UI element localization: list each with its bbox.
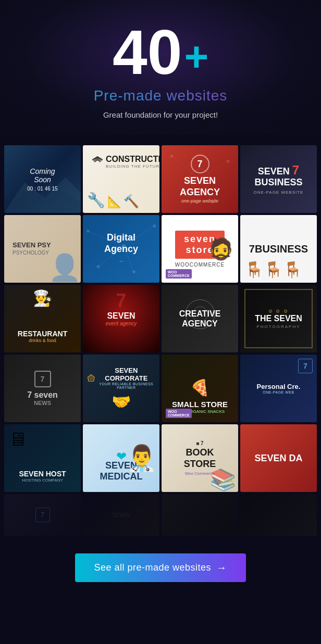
- tile-seven-da[interactable]: SEVEN DA: [240, 424, 317, 492]
- seven-agency-text: 7 SEVEN AGENCY one-page website: [162, 150, 238, 207]
- tile-digital-agency[interactable]: DigitalAgency ~: [83, 215, 159, 283]
- book-icon: 📚: [210, 468, 236, 492]
- construction-text: CONSTRUCTION BUILDING THE FUTURE: [87, 150, 159, 175]
- grid-row-4: 7 7 seven NEWS SEVEN CORPORATE YOUR RELI…: [4, 355, 317, 422]
- tile-creative-agency[interactable]: CREATIVEAGENCY: [162, 285, 238, 352]
- creative-agency-text: CREATIVEAGENCY: [175, 305, 225, 333]
- digital-agency-text: DigitalAgency ~: [100, 228, 142, 269]
- svg-point-16: [87, 230, 90, 233]
- hero-section: 40+ Pre-made websites Great foundation f…: [0, 0, 321, 135]
- tile-small-store[interactable]: 🍕 SMALL STORE 100% ORGANIC SNACKS WOOCOM…: [162, 355, 238, 422]
- tile-7business[interactable]: 7BUSINESS 🪑🪑🪑: [240, 215, 317, 283]
- personal-cre-text: Personal Cre. ONE-PAGE WEB: [253, 378, 305, 398]
- pizza-icon: 🍕: [190, 378, 209, 397]
- grid-row-6: 7 SEVEN: [4, 494, 317, 536]
- woo-badge: WOOCOMMERCE: [166, 269, 192, 279]
- seven-host-text: SEVEN HOST HOSTING COMPANY: [15, 465, 70, 487]
- tile-coming-soon[interactable]: ComingSoon 00 : 01 46 15: [4, 145, 81, 213]
- coming-soon-text: ComingSoon 00 : 01 46 15: [23, 163, 61, 196]
- seven-business-text: SEVEN 7BUSINESS ONE-PAGE WEBSITE: [250, 159, 308, 198]
- tile-seven-medical[interactable]: ❤ SEVENMEDICAL 👨‍⚕️: [83, 424, 159, 492]
- construction-icon: [91, 155, 104, 168]
- grid-row-5: 🖥 SEVEN HOST HOSTING COMPANY ❤ SEVENMEDI…: [4, 424, 317, 492]
- see-all-button[interactable]: See all pre-made websites →: [75, 553, 245, 582]
- tile-seven-event[interactable]: 7 SEVEN event agency: [83, 285, 159, 352]
- tile-extra3[interactable]: [162, 494, 238, 536]
- restaurant-text: RESTAURANT drinks & food: [14, 325, 71, 347]
- seven-da-text: SEVEN DA: [250, 449, 306, 468]
- hero-count: 40: [113, 21, 182, 83]
- hero-subtitle: Pre-made websites: [10, 87, 311, 104]
- cta-label: See all pre-made websites: [94, 562, 211, 573]
- grid-row-1: ComingSoon 00 : 01 46 15 CONSTRUCTION BU…: [4, 145, 317, 213]
- hero-description: Great foundation for your project!: [10, 110, 311, 119]
- doctor-icon: 👨‍⚕️: [126, 444, 157, 473]
- svg-point-20: [96, 265, 100, 268]
- svg-point-18: [153, 224, 156, 228]
- hero-number-container: 40+: [10, 21, 311, 83]
- tile-construction[interactable]: CONSTRUCTION BUILDING THE FUTURE 🔧 📐 🔨: [83, 145, 159, 213]
- construction-tools: 🔧 📐 🔨: [87, 192, 155, 209]
- tile-personal-cre[interactable]: 7 Personal Cre. ONE-PAGE WEB: [240, 355, 317, 422]
- seven-corporate-text: SEVEN CORPORATE YOUR RELIABLE BUSINESS P…: [83, 362, 159, 415]
- restaurant-chef-icon: 👨‍🍳: [33, 289, 52, 307]
- chairs-icon: 🪑🪑🪑: [244, 260, 313, 279]
- the-seven-text: ⚙ ⚙ ⚙ THE SEVEN PHOTOGRAPHY: [251, 305, 306, 333]
- extra2-label: SEVEN: [113, 512, 130, 518]
- tile-seven-store[interactable]: sevenstore WooCommerce WOOCOMMERCE 🧔: [162, 215, 238, 283]
- tile-seven-agency[interactable]: 7 SEVEN AGENCY one-page website: [162, 145, 238, 213]
- seven-event-text: SEVEN event agency: [102, 307, 141, 331]
- cta-section: See all pre-made websites →: [0, 543, 321, 598]
- tile-book-store[interactable]: ■ 7 BOOKSTORE Woo Commerce 📚: [162, 424, 238, 492]
- small-tea-text: 7 7 seven NEWS: [23, 367, 62, 410]
- tile-extra2[interactable]: SEVEN: [83, 494, 159, 536]
- tile-seven-business[interactable]: SEVEN 7BUSINESS ONE-PAGE WEBSITE: [240, 145, 317, 213]
- websites-grid: ComingSoon 00 : 01 46 15 CONSTRUCTION BU…: [0, 135, 321, 543]
- cta-arrow: →: [216, 562, 227, 574]
- tile-seven-host[interactable]: 🖥 SEVEN HOST HOSTING COMPANY: [4, 424, 81, 492]
- grid-row-2: SEVEN PSYPSYCHOLOGY 👤 DigitalAgency ~: [4, 215, 317, 283]
- extra1-text: 7: [31, 503, 54, 526]
- corporate-logo: [87, 373, 95, 383]
- woo-badge-2: WOOCOMMERCE: [166, 409, 192, 418]
- tile-restaurant[interactable]: 👨‍🍳 RESTAURANT drinks & food: [4, 285, 81, 352]
- hero-plus: +: [184, 33, 208, 80]
- tile-seven-psy[interactable]: SEVEN PSYPSYCHOLOGY 👤: [4, 215, 81, 283]
- tile-seven-corporate[interactable]: SEVEN CORPORATE YOUR RELIABLE BUSINESS P…: [83, 355, 159, 422]
- tile-extra1[interactable]: 7: [4, 494, 81, 536]
- store-person-icon: 🧔: [208, 237, 234, 261]
- server-icon: 🖥: [8, 428, 27, 450]
- svg-point-19: [132, 270, 135, 273]
- tile-extra4[interactable]: [240, 494, 317, 536]
- tile-small-tea[interactable]: 7 7 seven NEWS: [4, 355, 81, 422]
- grid-row-3: 👨‍🍳 RESTAURANT drinks & food 7 SEVEN eve…: [4, 285, 317, 352]
- psy-person-icon: 👤: [48, 252, 81, 283]
- 7business-text: 7BUSINESS: [245, 239, 312, 259]
- tile-the-seven[interactable]: ⚙ ⚙ ⚙ THE SEVEN PHOTOGRAPHY: [240, 285, 317, 352]
